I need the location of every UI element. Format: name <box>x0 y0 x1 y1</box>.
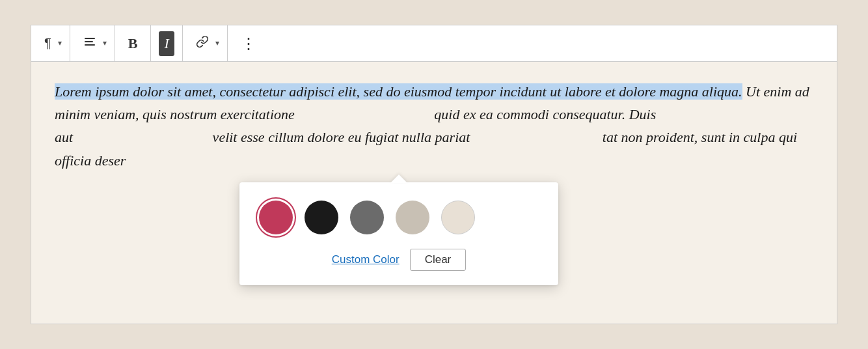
toolbar-group-link: ▾ <box>183 25 228 61</box>
toolbar-group-paragraph: ¶ ▾ <box>31 25 70 61</box>
link-chevron-icon[interactable]: ▾ <box>215 38 219 48</box>
selected-text: Lorem ipsum dolor sit amet, consectetur … <box>55 83 742 100</box>
link-button[interactable] <box>191 31 214 55</box>
color-swatch-light-gray[interactable] <box>396 201 429 234</box>
svg-rect-1 <box>85 41 93 42</box>
toolbar: ¶ ▾ ▾ B I <box>31 25 837 62</box>
popup-actions: Custom Color Clear <box>259 249 539 271</box>
color-swatch-dark-gray[interactable] <box>350 201 384 234</box>
italic-button[interactable]: I <box>159 31 174 56</box>
bold-button[interactable]: B <box>123 31 143 56</box>
paragraph-chevron-icon[interactable]: ▾ <box>58 38 62 48</box>
toolbar-group-more: ⋮ <box>228 25 270 61</box>
color-swatches <box>259 201 539 234</box>
more-options-button[interactable]: ⋮ <box>236 31 262 57</box>
align-chevron-icon[interactable]: ▾ <box>103 38 107 48</box>
more-icon: ⋮ <box>241 35 257 53</box>
svg-rect-0 <box>85 38 95 39</box>
color-swatch-black[interactable] <box>305 201 338 234</box>
content-paragraph: Lorem ipsum dolor sit amet, consectetur … <box>55 80 813 172</box>
color-swatch-cream[interactable] <box>441 201 475 234</box>
editor-container: ¶ ▾ ▾ B I <box>31 25 837 324</box>
clear-button[interactable]: Clear <box>410 249 467 271</box>
align-button[interactable] <box>78 31 102 55</box>
custom-color-button[interactable]: Custom Color <box>332 253 400 266</box>
content-area: Lorem ipsum dolor sit amet, consectetur … <box>31 62 837 190</box>
align-icon <box>83 35 96 51</box>
color-picker-popup: Custom Color Clear <box>239 182 558 285</box>
toolbar-group-italic: I <box>151 25 182 61</box>
link-icon <box>196 35 209 51</box>
italic-icon: I <box>164 35 169 52</box>
paragraph-button[interactable]: ¶ <box>39 32 57 55</box>
color-swatch-crimson[interactable] <box>259 201 293 234</box>
svg-rect-2 <box>85 44 95 46</box>
toolbar-group-bold: B <box>115 25 152 61</box>
toolbar-group-align: ▾ <box>70 25 115 61</box>
paragraph-icon: ¶ <box>44 36 51 51</box>
bold-icon: B <box>128 35 138 52</box>
